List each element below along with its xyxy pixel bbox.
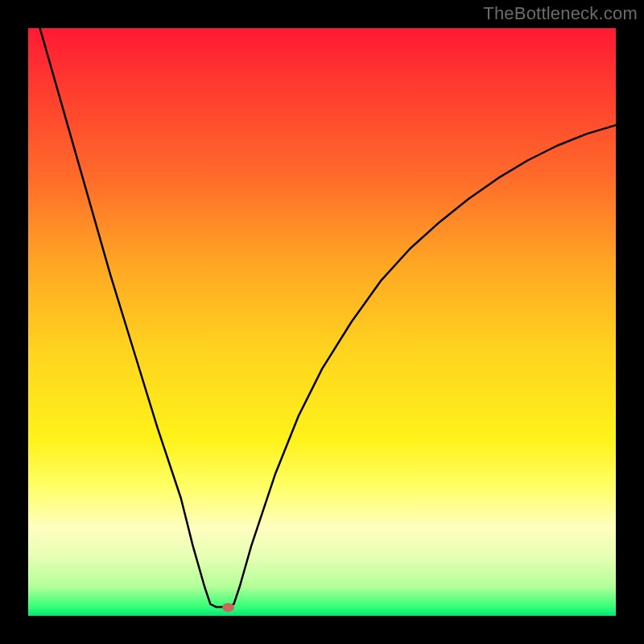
plot-area [28, 28, 616, 616]
optimal-point-marker [222, 603, 234, 612]
watermark-text: TheBottleneck.com [483, 3, 638, 24]
bottleneck-curve [28, 28, 616, 616]
chart-frame: TheBottleneck.com [0, 0, 644, 644]
